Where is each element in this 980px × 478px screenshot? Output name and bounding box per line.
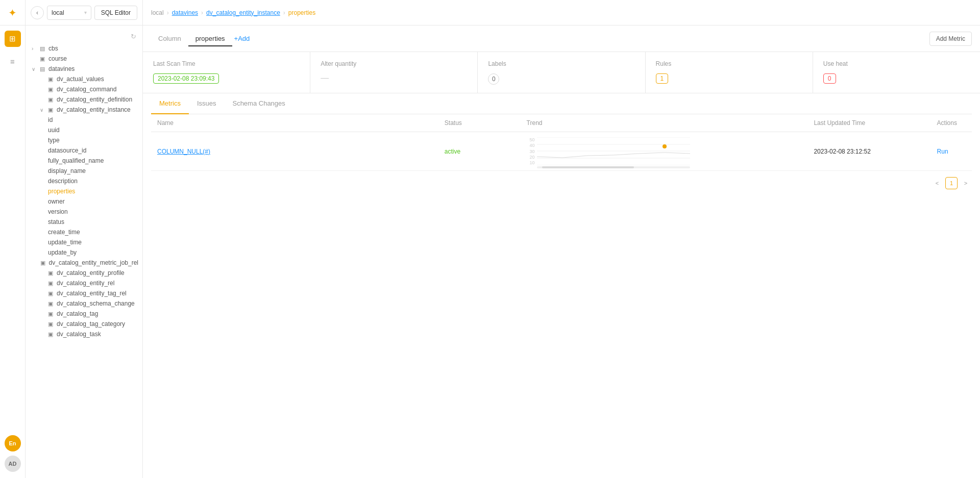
tab-column[interactable]: Column — [151, 31, 188, 46]
tree-item-dv-catalog-tag[interactable]: › ▣ dv_catalog_tag — [26, 309, 142, 319]
tree-item-update-time[interactable]: update_time — [26, 237, 142, 247]
db-icon-cbs: ▤ — [40, 45, 45, 52]
breadcrumb-datavines[interactable]: datavines — [172, 9, 198, 16]
database-icon: ⊞ — [9, 34, 16, 43]
use-heat-value: 0 — [823, 73, 970, 84]
tree-item-fully-qualified-name[interactable]: fully_qualified_name — [26, 156, 142, 166]
stat-card-alter-quantity: Alter quantity — — [310, 52, 478, 93]
tree-item-datavines[interactable]: ∨ ▤ datavines — [26, 64, 142, 74]
trend-svg — [537, 137, 690, 165]
labels-label: Labels — [488, 60, 634, 67]
run-button[interactable]: Run — [937, 148, 948, 155]
column-properties-tabbar: Column properties +Add Add Metric — [143, 26, 980, 52]
breadcrumb: local › datavines › dv_catalog_entity_in… — [151, 9, 315, 16]
breadcrumb-sep-2: › — [201, 9, 203, 16]
tree-item-cbs[interactable]: › ▤ cbs — [26, 43, 142, 54]
table-icon-9: ▣ — [48, 300, 53, 307]
sidebar-icon-database[interactable]: ⊞ — [5, 31, 21, 47]
tree-item-display-name[interactable]: display_name — [26, 166, 142, 176]
use-heat-badge: 0 — [823, 73, 836, 84]
tab-issues[interactable]: Issues — [189, 93, 225, 114]
chart-y-labels: 50 40 30 20 10 — [527, 137, 535, 165]
table-icon-4: ▣ — [48, 107, 53, 113]
rules-badge: 1 — [656, 73, 669, 84]
col-header-name: Name — [151, 114, 438, 132]
labels-value: 0 — [488, 73, 634, 85]
tree-item-dv-actual-values[interactable]: › ▣ dv_actual_values — [26, 74, 142, 84]
tab-schema-changes[interactable]: Schema Changes — [224, 93, 293, 114]
last-scan-time-label: Last Scan Time — [153, 60, 300, 67]
metric-name-link[interactable]: COLUMN_NULL(#) — [157, 148, 210, 155]
tree-item-dv-catalog-entity-instance[interactable]: ∨ ▣ dv_catalog_entity_instance — [26, 105, 142, 115]
metric-trend-cell: 50 40 30 20 10 — [521, 132, 808, 171]
table-row: COLUMN_NULL(#) active 50 40 30 — [151, 132, 972, 171]
tree-item-description[interactable]: description — [26, 176, 142, 186]
tree-item-properties[interactable]: properties — [26, 186, 142, 196]
sidebar-bottom: En AD — [5, 435, 21, 478]
tree-item-id[interactable]: id — [26, 115, 142, 125]
tree-item-dv-catalog-entity-metric-job-rel[interactable]: › ▣ dv_catalog_entity_metric_job_rel — [26, 258, 142, 268]
page-1-button[interactable]: 1 — [945, 177, 958, 189]
table-icon: ▣ — [48, 76, 53, 83]
metric-action-cell: Run — [931, 132, 972, 171]
col-header-status: Status — [438, 114, 521, 132]
tree-item-dv-catalog-entity-definition[interactable]: › ▣ dv_catalog_entity_definition — [26, 94, 142, 105]
metric-updated-cell: 2023-02-08 23:12:52 — [807, 132, 930, 171]
tree-item-dv-catalog-tag-category[interactable]: › ▣ dv_catalog_tag_category — [26, 319, 142, 329]
tree-item-dv-catalog-command[interactable]: › ▣ dv_catalog_command — [26, 84, 142, 94]
tab-properties[interactable]: properties — [188, 31, 232, 46]
table-icon-8: ▣ — [48, 290, 53, 297]
tree-item-dv-catalog-entity-tag-rel[interactable]: › ▣ dv_catalog_entity_tag_rel — [26, 288, 142, 298]
rules-value: 1 — [656, 73, 802, 84]
table-icon-7: ▣ — [48, 280, 53, 287]
table-icon-2: ▣ — [48, 86, 53, 93]
tree-item-version[interactable]: version — [26, 207, 142, 217]
db-icon-datavines: ▤ — [40, 66, 45, 72]
chevron-icon-cbs: › — [32, 46, 38, 52]
breadcrumb-properties: properties — [288, 9, 315, 16]
metric-status-cell: active — [438, 132, 521, 171]
tree-item-status[interactable]: status — [26, 217, 142, 227]
tree-item-type[interactable]: type — [26, 135, 142, 145]
chevron-icon-datavines: ∨ — [32, 66, 38, 72]
tree-item-dv-catalog-entity-rel[interactable]: › ▣ dv_catalog_entity_rel — [26, 278, 142, 288]
chevron-icon: › — [40, 77, 46, 82]
breadcrumb-entity-instance[interactable]: dv_catalog_entity_instance — [206, 9, 280, 16]
sidebar-icon-menu[interactable]: ≡ — [5, 53, 21, 69]
prev-page-button[interactable]: < — [931, 177, 943, 189]
metrics-section: Metrics Issues Schema Changes Name Statu… — [143, 93, 980, 171]
tree-item-course[interactable]: › ▣ course — [26, 54, 142, 64]
tree-item-datasource-id[interactable]: datasource_id — [26, 145, 142, 156]
metric-name-cell: COLUMN_NULL(#) — [151, 132, 438, 171]
stat-card-rules: Rules 1 — [646, 52, 813, 93]
back-button[interactable]: ‹ — [31, 6, 44, 19]
stat-card-use-heat: Use heat 0 — [813, 52, 980, 93]
tree-item-dv-catalog-schema-change[interactable]: › ▣ dv_catalog_schema_change — [26, 298, 142, 309]
avatar-ad[interactable]: AD — [5, 456, 21, 472]
chart-scrollbar[interactable] — [537, 166, 690, 168]
next-page-button[interactable]: > — [960, 177, 972, 189]
tab-metrics[interactable]: Metrics — [151, 93, 189, 114]
pagination: < 1 > — [143, 171, 980, 195]
tree-item-update-by[interactable]: update_by — [26, 247, 142, 258]
table-icon-10: ▣ — [48, 311, 53, 317]
metric-last-updated: 2023-02-08 23:12:52 — [814, 148, 870, 155]
tree-item-dv-catalog-task[interactable]: › ▣ dv_catalog_task — [26, 329, 142, 339]
refresh-icon[interactable]: ↻ — [129, 31, 138, 42]
tree-panel-header: ‹ local ▾ SQL Editor — [26, 0, 142, 26]
tree-item-owner[interactable]: owner — [26, 196, 142, 207]
avatar-en[interactable]: En — [5, 435, 21, 451]
tree-item-create-time[interactable]: create_time — [26, 227, 142, 237]
metrics-table: Name Status Trend Last Updated Time Acti… — [151, 114, 972, 171]
tree-item-uuid[interactable]: uuid — [26, 125, 142, 135]
db-selector[interactable]: local ▾ — [47, 6, 91, 20]
table-icon-6: ▣ — [48, 270, 53, 276]
add-metric-button[interactable]: Add Metric — [929, 32, 972, 46]
table-icon-course: ▣ — [40, 56, 45, 62]
tree-item-dv-catalog-entity-profile[interactable]: › ▣ dv_catalog_entity_profile — [26, 268, 142, 278]
sql-editor-button[interactable]: SQL Editor — [94, 6, 137, 20]
menu-icon: ≡ — [10, 57, 15, 66]
metrics-tabs: Metrics Issues Schema Changes — [151, 93, 972, 114]
add-button[interactable]: +Add — [232, 31, 252, 46]
chevron-down-icon: ▾ — [84, 10, 87, 15]
